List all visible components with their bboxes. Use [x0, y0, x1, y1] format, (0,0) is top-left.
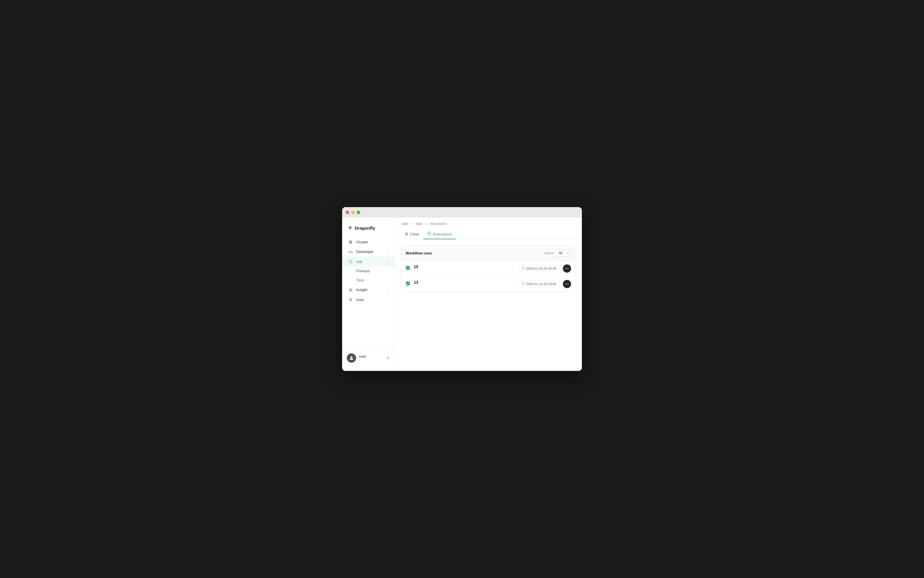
svg-marker-2: [429, 233, 430, 234]
tabs-bar: Clear Executions: [395, 226, 582, 239]
sidebar-item-label: Developer: [356, 250, 373, 254]
play-icon: [428, 232, 431, 236]
breadcrumb-jobs[interactable]: jobs: [402, 222, 408, 226]
sidebar-item-label: Cluster: [356, 240, 368, 244]
svg-point-11: [567, 284, 567, 284]
sidebar: ✳ Dragonfly ⊞ Cluster </> Developer › ☑: [342, 218, 395, 371]
sidebar-item-job[interactable]: ☑ Job ⌄: [342, 257, 394, 266]
run-time: 2024-11-14 02:19:06: [519, 281, 559, 287]
run-id-block: 13 -: [414, 280, 423, 288]
cluster-icon: ⊞: [348, 240, 353, 244]
success-icon: [405, 281, 410, 287]
preheat-label: Preheat: [356, 269, 370, 273]
run-id-block: 15 -: [414, 265, 423, 273]
titlebar: [342, 207, 582, 218]
status-select-wrapper: All: [555, 250, 571, 257]
breadcrumb-sep2: /: [425, 222, 426, 226]
status-label: Status: [545, 251, 554, 255]
run-id[interactable]: 13: [414, 280, 423, 285]
run-menu-button[interactable]: [563, 280, 571, 288]
sidebar-item-task[interactable]: Task: [342, 276, 394, 285]
table-row: 13 - 2024-11-14 02:19:06: [401, 276, 576, 292]
user-profile[interactable]: root - ⇅: [342, 349, 394, 366]
app-window: ✳ Dragonfly ⊞ Cluster </> Developer › ☑: [342, 207, 582, 371]
breadcrumb-sep1: /: [412, 222, 412, 226]
status-filter: Status All: [545, 250, 571, 257]
job-subnav: Preheat Task: [342, 266, 394, 285]
sidebar-item-label: User: [356, 297, 364, 302]
workflow-header: Workflow runs Status All: [401, 245, 576, 261]
user-role: -: [359, 359, 384, 362]
sidebar-item-cluster[interactable]: ⊞ Cluster: [342, 237, 394, 247]
sidebar-item-insight[interactable]: ◎ Insight ›: [342, 285, 394, 295]
clock-icon: [522, 282, 525, 286]
breadcrumb-task[interactable]: task: [416, 222, 422, 226]
sidebar-item-developer[interactable]: </> Developer ›: [342, 247, 394, 257]
executions-label: Executions: [433, 232, 452, 236]
logo-icon: ✳: [348, 225, 352, 231]
sidebar-item-label: Job: [356, 260, 362, 264]
content-area: Workflow runs Status All: [395, 239, 582, 371]
svg-point-12: [568, 284, 569, 284]
sidebar-item-user[interactable]: ⊙ User: [342, 295, 394, 305]
clear-label: Clear: [410, 232, 419, 236]
main-content: jobs / task / executions Clear: [395, 218, 582, 371]
chevron-right-icon: ›: [387, 288, 389, 291]
minimize-button[interactable]: [351, 211, 355, 214]
job-icon: ☑: [348, 259, 353, 264]
svg-point-3: [406, 266, 410, 270]
run-menu-button[interactable]: [563, 265, 571, 273]
success-icon: [405, 266, 410, 271]
status-select[interactable]: All: [555, 250, 571, 257]
breadcrumb-executions[interactable]: executions: [430, 222, 446, 226]
sidebar-nav: ⊞ Cluster </> Developer › ☑ Job ⌄: [342, 237, 394, 349]
svg-point-10: [566, 284, 566, 284]
run-desc: -: [414, 285, 423, 288]
chevron-down-icon: ⌄: [386, 260, 389, 263]
insight-icon: ◎: [348, 287, 353, 292]
breadcrumb: jobs / task / executions: [395, 218, 582, 226]
logo-text: Dragonfly: [355, 226, 375, 231]
sidebar-item-preheat[interactable]: Preheat: [342, 266, 394, 276]
svg-point-6: [567, 268, 567, 269]
user-chevron-icon: ⇅: [387, 356, 390, 360]
avatar: [347, 353, 356, 363]
developer-icon: </>: [348, 250, 353, 253]
user-name: root: [359, 354, 384, 359]
run-time: 2024-11-14 02:25:39: [519, 265, 559, 272]
sidebar-item-label: Insight: [356, 287, 367, 292]
workflow-section: Workflow runs Status All: [400, 245, 576, 292]
executions-tab[interactable]: Executions: [423, 229, 456, 239]
maximize-button[interactable]: [357, 211, 360, 214]
clock-icon: [522, 266, 525, 271]
svg-point-7: [568, 268, 569, 269]
task-label: Task: [356, 278, 364, 282]
svg-point-8: [406, 281, 410, 286]
close-button[interactable]: [345, 211, 349, 214]
chevron-right-icon: ›: [387, 250, 389, 253]
clear-tab[interactable]: Clear: [400, 230, 423, 239]
workflow-title: Workflow runs: [405, 251, 432, 255]
trash-icon: [405, 232, 409, 237]
run-desc: -: [414, 269, 423, 273]
run-timestamp: 2024-11-14 02:25:39: [526, 267, 556, 270]
svg-point-5: [566, 268, 566, 269]
app-body: ✳ Dragonfly ⊞ Cluster </> Developer › ☑: [342, 218, 582, 371]
user-info: root -: [359, 354, 384, 362]
logo: ✳ Dragonfly: [342, 222, 394, 237]
run-id[interactable]: 15: [414, 265, 423, 269]
user-nav-icon: ⊙: [348, 297, 353, 302]
svg-point-0: [350, 356, 352, 358]
table-row: 15 - 2024-11-14 02:25:39: [401, 261, 576, 276]
run-timestamp: 2024-11-14 02:19:06: [526, 282, 556, 286]
